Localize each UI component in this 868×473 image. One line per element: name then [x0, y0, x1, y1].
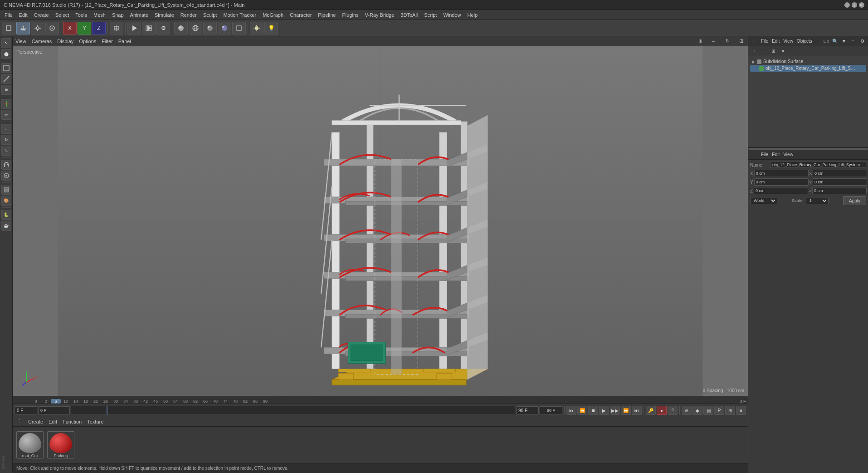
tool-point[interactable]	[1, 85, 11, 95]
mat-menu-edit[interactable]: Edit	[49, 419, 57, 424]
om-icon-search[interactable]: 🔍	[831, 37, 839, 45]
toolbar-render-active[interactable]	[127, 22, 141, 34]
timeline-motion-clip[interactable]: ▤	[703, 406, 713, 415]
menu-create[interactable]: Create	[31, 11, 52, 19]
tool-rotate-2d[interactable]: ↻	[1, 135, 11, 145]
mat-menu-function[interactable]: Function	[63, 419, 82, 424]
toolbar-display-gouraud[interactable]	[174, 22, 188, 34]
playback-last[interactable]: ⏭	[632, 406, 642, 415]
toolbar-display-box[interactable]	[232, 22, 246, 34]
menu-simulate[interactable]: Simulate	[152, 11, 177, 19]
tool-object-axis[interactable]	[1, 99, 11, 109]
timeline-mode-help[interactable]: ?	[668, 406, 678, 415]
toolbar-scale-tool[interactable]	[31, 22, 44, 34]
minimize-button[interactable]: ─	[844, 2, 850, 8]
menu-plugins[interactable]: Plugins	[339, 11, 361, 19]
menu-pipeline[interactable]: Pipeline	[315, 11, 338, 19]
playback-next[interactable]: ⏩	[621, 406, 631, 415]
toolbar-object-space[interactable]	[110, 22, 123, 34]
menu-help[interactable]: Help	[465, 11, 481, 19]
attr-rot-z[interactable]	[812, 187, 867, 194]
om-menu-view[interactable]: View	[783, 39, 793, 44]
apply-button[interactable]: Apply	[843, 196, 866, 205]
viewport-icon-maximize[interactable]: ⊞	[737, 37, 745, 45]
vp-menu-display[interactable]: Display	[57, 39, 73, 44]
toolbar-y-axis[interactable]: Y	[78, 22, 91, 34]
toolbar-render-picture[interactable]	[142, 22, 156, 34]
menu-snap[interactable]: Snap	[109, 11, 127, 19]
close-button[interactable]: ✕	[859, 2, 864, 8]
attr-rot-y[interactable]	[813, 178, 867, 186]
om-menu-objects[interactable]: Objects	[797, 39, 812, 44]
menu-file[interactable]: File	[2, 11, 15, 19]
tool-coffeescript[interactable]: ☕	[1, 221, 11, 231]
mat-menu-texture[interactable]: Texture	[87, 419, 103, 424]
menu-mograph[interactable]: MoGraph	[260, 11, 286, 19]
viewport-icon-move[interactable]: ⊕	[696, 37, 704, 45]
viewport-icon-zoom[interactable]: ↔	[710, 37, 718, 45]
toolbar-display-quick[interactable]	[203, 22, 217, 34]
tool-spline-pen[interactable]: ✏	[1, 110, 11, 120]
timeline-track[interactable]	[71, 406, 515, 415]
timeline-mode-record[interactable]: ●	[657, 406, 667, 415]
attr-pos-z[interactable]	[754, 187, 808, 194]
material-parking[interactable]: Parking	[47, 431, 74, 458]
timeline-preview[interactable]: P	[714, 406, 724, 415]
menu-select[interactable]: Select	[53, 11, 72, 19]
om-menu-file[interactable]: File	[761, 39, 768, 44]
playback-first[interactable]: ⏮	[566, 406, 576, 415]
menu-sculpt[interactable]: Sculpt	[200, 11, 220, 19]
am-handle[interactable]: ⋮	[750, 151, 757, 158]
viewport-icon-rotate[interactable]: ↻	[723, 37, 731, 45]
menu-vray[interactable]: V-Ray Bridge	[362, 11, 397, 19]
tool-sculpt-btn[interactable]	[1, 171, 11, 181]
timeline-list[interactable]: ≡	[736, 406, 746, 415]
menu-window[interactable]: Window	[440, 11, 463, 19]
tool-magnet[interactable]	[1, 160, 11, 170]
om-handle[interactable]: ⋮	[750, 38, 757, 45]
end-frame-field[interactable]	[516, 406, 539, 414]
material-grey[interactable]: mat_Grc	[16, 431, 44, 458]
tool-move[interactable]: ↔	[1, 124, 11, 134]
menu-3dtoall[interactable]: 3DToAll	[398, 11, 420, 19]
viewport[interactable]: Perspective Grid Spacing : 1000 cm	[13, 46, 748, 396]
tool-select[interactable]: ↖	[1, 38, 11, 48]
obj-item-subdivision[interactable]: ▶ Subdivision Surface	[750, 58, 866, 65]
om-icon-list[interactable]: ≡	[849, 37, 857, 45]
scale-dropdown[interactable]: 1 0.1 10	[806, 197, 829, 204]
menu-edit[interactable]: Edit	[16, 11, 30, 19]
mat-menu-create[interactable]: Create	[28, 419, 43, 424]
toolbar-model-mode[interactable]	[2, 22, 15, 34]
om-deselect[interactable]: ✕	[779, 47, 787, 55]
timeline-grid[interactable]: ⊞	[725, 406, 735, 415]
timeline-snap[interactable]: ⊕	[682, 406, 692, 415]
attr-pos-x[interactable]	[754, 170, 809, 177]
tool-layers[interactable]	[1, 185, 11, 195]
vp-menu-cameras[interactable]: Cameras	[32, 39, 52, 44]
vp-menu-panel[interactable]: Panel	[118, 39, 131, 44]
obj-item-parking[interactable]: obj_12_Place_Rotary_Car_Parking_Lift_Sys…	[750, 65, 866, 72]
tool-polygon[interactable]	[1, 63, 11, 73]
attr-rot-x[interactable]	[813, 170, 867, 177]
om-icon-filter[interactable]: ▼	[840, 37, 848, 45]
mat-handle[interactable]: ⋮	[15, 418, 23, 425]
menu-render[interactable]: Render	[178, 11, 200, 19]
vp-menu-filter[interactable]: Filter	[102, 39, 112, 44]
om-delete-obj[interactable]: −	[760, 47, 768, 55]
om-new-obj[interactable]: +	[750, 47, 758, 55]
toolbar-light[interactable]: 💡	[264, 22, 278, 34]
toolbar-global-illumination[interactable]	[250, 22, 263, 34]
toolbar-x-axis[interactable]: X	[63, 22, 77, 34]
playback-play-forward[interactable]: ▶▶	[610, 406, 620, 415]
obj-tree[interactable]: ▶ Subdivision Surface obj_12_Place_Rotar…	[748, 56, 868, 147]
om-group[interactable]: ⊞	[769, 47, 777, 55]
am-menu-view[interactable]: View	[783, 152, 793, 157]
am-menu-edit[interactable]: Edit	[772, 152, 780, 157]
toolbar-z-axis[interactable]: Z	[92, 22, 106, 34]
toolbar-display-wireframe[interactable]	[189, 22, 202, 34]
toolbar-move-tool[interactable]	[16, 22, 30, 34]
om-icon-settings[interactable]: ⚙	[858, 37, 866, 45]
coord-system-dropdown[interactable]: World Object Parent	[750, 197, 777, 204]
menu-animate[interactable]: Animate	[127, 11, 151, 19]
menu-character[interactable]: Character	[287, 11, 314, 19]
